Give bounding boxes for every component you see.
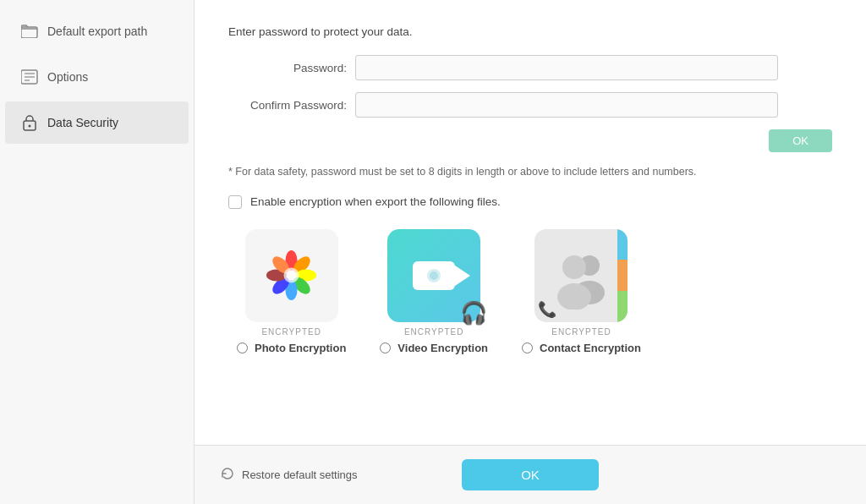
video-encryption-label: Video Encryption: [397, 342, 488, 354]
photos-icon: [260, 244, 323, 307]
hint-text: * For data safety, password must be set …: [228, 164, 736, 180]
sidebar-item-label: Default export path: [47, 25, 147, 38]
main-content: Enter password to protect your data. Pas…: [195, 0, 866, 504]
ok-small-button[interactable]: OK: [769, 129, 832, 152]
svg-point-18: [562, 255, 586, 279]
password-row: Password:: [228, 55, 832, 80]
lock-icon: [20, 113, 39, 132]
ok-main-button[interactable]: OK: [462, 459, 599, 490]
sidebar-item-label: Data Security: [47, 116, 118, 129]
sidebar-item-default-export-path[interactable]: Default export path: [5, 10, 189, 52]
contact-radio[interactable]: [522, 342, 533, 353]
options-icon: [20, 68, 39, 86]
photo-encryption-label: Photo Encryption: [255, 342, 346, 354]
restore-default-button[interactable]: Restore default settings: [220, 466, 358, 484]
restore-icon: [220, 466, 235, 484]
photo-icon-box: [245, 229, 338, 322]
svg-point-6: [29, 125, 31, 128]
contacts-icon: [547, 242, 615, 310]
encrypt-checkbox[interactable]: [228, 195, 242, 209]
sidebar-item-data-security[interactable]: Data Security: [5, 101, 189, 144]
contact-radio-row: Contact Encryption: [522, 342, 641, 354]
encrypt-checkbox-label: Enable encryption when export the follow…: [250, 195, 501, 208]
svg-point-19: [557, 283, 591, 310]
video-encrypted-label: ENCRYPTED: [404, 327, 464, 337]
video-icon-wrapper: 🎧: [387, 229, 480, 322]
photo-encrypted-label: ENCRYPTED: [261, 327, 321, 337]
photo-radio[interactable]: [237, 342, 248, 353]
contact-icon-box: 📞: [534, 229, 628, 322]
restore-label: Restore default settings: [242, 468, 358, 481]
headphones-badge: 🎧: [460, 302, 487, 324]
video-radio[interactable]: [380, 342, 391, 353]
sidebar-item-label: Options: [47, 70, 88, 84]
color-strips: [617, 229, 628, 322]
svg-point-15: [284, 268, 299, 283]
contact-encryption-label: Contact Encryption: [540, 342, 641, 354]
ok-small-row: OK: [228, 129, 832, 152]
contact-encrypted-label: ENCRYPTED: [551, 327, 611, 337]
encryption-items: ENCRYPTED Photo Encryption: [237, 229, 832, 354]
content-area: Enter password to protect your data. Pas…: [195, 0, 866, 445]
phone-icon: 📞: [538, 300, 556, 319]
contact-encryption-item: 📞 ENCRYPTED Contact Encryption: [522, 229, 641, 354]
password-label: Password:: [228, 62, 347, 74]
sidebar-item-options[interactable]: Options: [5, 56, 189, 98]
bottom-bar: Restore default settings OK: [195, 445, 866, 504]
password-input[interactable]: [355, 55, 778, 80]
folder-icon: [20, 22, 39, 41]
camera-wing: [455, 266, 470, 286]
video-encryption-item: 🎧 ENCRYPTED Video Encryption: [380, 229, 488, 354]
confirm-password-label: Confirm Password:: [228, 99, 347, 112]
intro-text: Enter password to protect your data.: [228, 25, 832, 38]
camera-body: [413, 261, 455, 290]
photo-encryption-item: ENCRYPTED Photo Encryption: [237, 229, 346, 354]
encrypt-checkbox-row: Enable encryption when export the follow…: [228, 195, 832, 209]
confirm-password-input[interactable]: [355, 92, 778, 118]
confirm-password-row: Confirm Password:: [228, 92, 832, 118]
photo-radio-row: Photo Encryption: [237, 342, 346, 354]
sidebar: Default export path Options: [0, 0, 195, 504]
camera-lens: [427, 269, 441, 282]
video-radio-row: Video Encryption: [380, 342, 488, 354]
